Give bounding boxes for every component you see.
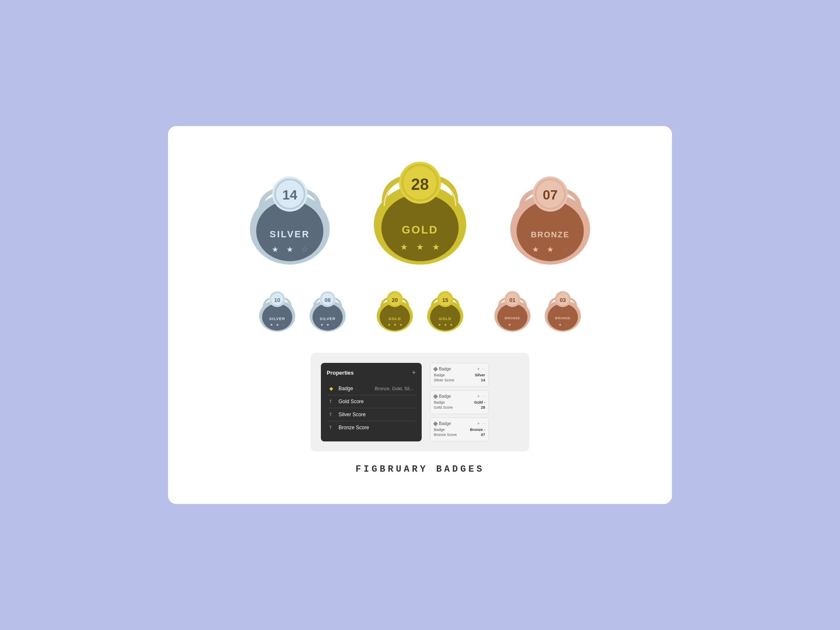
svg-text:08: 08 <box>325 297 331 303</box>
large-badges-row: 14 SILVER ★ ★ ☆ <box>193 151 647 265</box>
instance-action-settings[interactable]: ✦ <box>477 367 480 371</box>
svg-text:GOLD: GOLD <box>388 317 401 321</box>
svg-text:SILVER: SILVER <box>270 229 310 239</box>
instance-action-settings-bronze[interactable]: ✦ <box>477 421 480 426</box>
svg-text:★: ★ <box>547 245 554 254</box>
instance-header-gold: Badge ✦ ··· <box>434 394 485 399</box>
instance-row-score-silver: Silver Score 14 <box>434 378 485 382</box>
footer-title: FIGBRUARY BADGES <box>355 464 484 475</box>
bronze-small-2: 03 BRONZE ★ ☆ <box>542 286 584 332</box>
svg-text:★: ★ <box>388 323 391 327</box>
instance-action-more[interactable]: ··· <box>482 367 485 371</box>
svg-text:28: 28 <box>411 176 429 193</box>
instance-badge-label: Badge <box>434 373 445 377</box>
instance-card-silver: Badge ✦ ··· Badge Silver Silver Score 14 <box>430 363 489 387</box>
instance-action-more-gold[interactable]: ··· <box>482 394 485 399</box>
prop-bronze-score-name: Bronze Score <box>339 425 369 430</box>
silver-badge-large: 14 SILVER ★ ★ ☆ <box>244 164 336 265</box>
prop-item-gold-score: T Gold Score <box>327 395 416 408</box>
instance-row-badge-silver: Badge Silver <box>434 373 485 377</box>
text-icon-bronze: T <box>329 425 335 430</box>
instance-label-bronze: Badge <box>439 421 451 426</box>
svg-text:☆: ☆ <box>301 245 308 254</box>
instance-badge-val-gold: Gold - <box>474 400 485 404</box>
small-badges-row: 10 SILVER ★ ★ ☆ 08 SILVER ★ ★ ☆ <box>193 286 647 332</box>
svg-text:★: ★ <box>399 323 402 327</box>
instance-label-gold: Badge <box>439 394 451 399</box>
instances-panel: Badge ✦ ··· Badge Silver Silver Score 14 <box>430 363 489 441</box>
svg-text:14: 14 <box>282 187 297 202</box>
instance-title-bronze: Badge <box>434 421 451 426</box>
properties-section: Properties + ◆ Badge Bronze, Gold, Sil..… <box>311 353 529 452</box>
gold-badge-large: 28 GOLD ★ ★ ★ <box>370 151 470 265</box>
svg-text:★: ★ <box>559 323 562 327</box>
svg-text:BRONZE: BRONZE <box>505 316 520 320</box>
svg-text:★: ★ <box>432 242 440 252</box>
instance-card-gold: Badge ✦ ··· Badge Gold - Gold Score 28 <box>430 390 489 414</box>
instance-score-val-silver: 14 <box>481 378 485 382</box>
svg-text:GOLD: GOLD <box>439 317 452 321</box>
svg-text:★: ★ <box>270 323 273 327</box>
prop-item-silver-score: T Silver Score <box>327 408 416 421</box>
instance-diamond-icon-bronze <box>433 421 438 426</box>
svg-text:☆: ☆ <box>564 323 567 327</box>
instance-badge-val-bronze: Bronze - <box>470 428 485 432</box>
instance-row-score-bronze: Bronze Score 07 <box>434 433 485 437</box>
svg-text:★: ★ <box>450 323 453 327</box>
svg-text:☆: ☆ <box>332 323 335 327</box>
gold-small-pair: 20 GOLD ★ ★ ★ 15 GOLD ★ ★ ★ <box>374 286 466 332</box>
instance-badge-label-bronze: Badge <box>434 428 445 432</box>
prop-title: Properties <box>327 370 354 376</box>
silver-small-2: 08 SILVER ★ ★ ☆ <box>307 286 349 332</box>
svg-text:☆: ☆ <box>514 323 517 327</box>
bronze-small-1: 01 BRONZE ★ ☆ <box>491 286 533 332</box>
instance-actions-silver: ✦ ··· <box>477 367 485 371</box>
svg-text:03: 03 <box>560 297 566 303</box>
svg-text:★: ★ <box>286 245 293 254</box>
instance-row-badge-bronze: Badge Bronze - <box>434 428 485 432</box>
instance-actions-bronze: ✦ ··· <box>477 421 485 426</box>
prop-header: Properties + <box>327 369 416 376</box>
instance-diamond-icon <box>433 367 438 371</box>
silver-small-pair: 10 SILVER ★ ★ ☆ 08 SILVER ★ ★ ☆ <box>256 286 349 332</box>
main-card: 14 SILVER ★ ★ ☆ <box>168 126 672 504</box>
instance-actions-gold: ✦ ··· <box>477 394 485 399</box>
instance-action-settings-gold[interactable]: ✦ <box>477 394 480 399</box>
svg-text:15: 15 <box>442 297 448 303</box>
svg-text:GOLD: GOLD <box>402 223 438 236</box>
instance-badge-label-gold: Badge <box>434 400 445 404</box>
prop-badge-name: Badge <box>339 386 353 391</box>
instance-label-silver: Badge <box>439 367 451 371</box>
svg-text:BRONZE: BRONZE <box>531 230 570 239</box>
svg-text:20: 20 <box>392 297 398 303</box>
instance-score-label-gold: Gold Score <box>434 405 453 410</box>
svg-text:☆: ☆ <box>282 323 285 327</box>
text-icon-silver: T <box>329 412 335 417</box>
instance-score-val-bronze: 07 <box>481 433 485 437</box>
svg-text:★: ★ <box>272 245 278 254</box>
svg-text:07: 07 <box>543 187 558 202</box>
prop-item-badge: ◆ Badge Bronze, Gold, Sil... <box>327 382 416 395</box>
prop-badge-value: Bronze, Gold, Sil... <box>375 386 413 391</box>
svg-text:★: ★ <box>532 245 539 254</box>
instance-row-badge-gold: Badge Gold - <box>434 400 485 404</box>
silver-small-1: 10 SILVER ★ ★ ☆ <box>256 286 298 332</box>
instance-score-label-bronze: Bronze Score <box>434 433 457 437</box>
svg-text:★: ★ <box>416 242 424 252</box>
prop-add-button[interactable]: + <box>412 369 416 376</box>
instance-action-more-bronze[interactable]: ··· <box>482 421 485 426</box>
prop-item-bronze-score: T Bronze Score <box>327 421 416 434</box>
svg-text:★: ★ <box>444 323 447 327</box>
prop-silver-score-name: Silver Score <box>339 412 366 417</box>
bronze-badge-large: 07 BRONZE ★ ★ ☆ <box>504 164 596 265</box>
diamond-icon: ◆ <box>329 386 335 391</box>
prop-gold-score-name: Gold Score <box>339 399 364 404</box>
svg-text:★: ★ <box>394 323 396 327</box>
gold-small-2: 15 GOLD ★ ★ ★ <box>424 286 466 332</box>
instance-title-silver: Badge <box>434 367 451 371</box>
instance-row-score-gold: Gold Score 28 <box>434 405 485 410</box>
instance-badge-val-silver: Silver <box>475 373 485 377</box>
svg-text:BRONZE: BRONZE <box>555 316 571 320</box>
instance-diamond-icon-gold <box>433 394 438 399</box>
gold-small-1: 20 GOLD ★ ★ ★ <box>374 286 416 332</box>
